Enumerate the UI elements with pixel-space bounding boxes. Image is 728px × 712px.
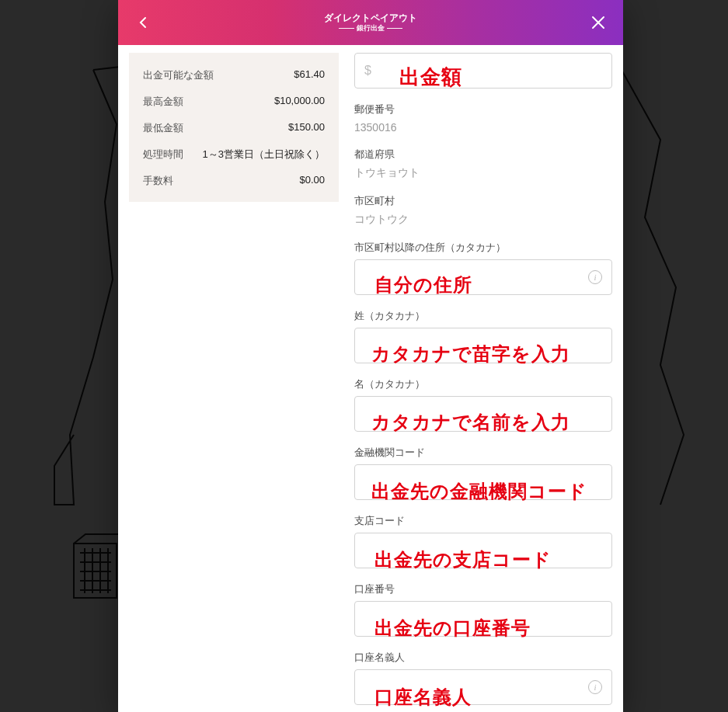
lastname-label: 姓（カタカナ） — [354, 309, 612, 323]
city-label: 市区町村 — [354, 194, 612, 208]
receipt-label: 手数料 — [143, 174, 173, 188]
field-holder: 口座名義人 i — [354, 651, 612, 705]
receipt-row: 手数料 $0.00 — [143, 168, 325, 194]
postal-value: 1350016 — [354, 121, 612, 134]
amount-input[interactable] — [378, 64, 602, 78]
account-label: 口座番号 — [354, 582, 612, 596]
holder-input-wrap[interactable]: i — [354, 669, 612, 705]
receipt-row: 最低金額 $150.00 — [143, 115, 325, 141]
address-input-wrap[interactable]: i — [354, 259, 612, 295]
receipt-value: $10,000.00 — [274, 95, 325, 109]
city-value: コウトウク — [354, 213, 612, 227]
field-prefecture: 都道府県 トウキョウト — [354, 148, 612, 180]
address-input[interactable] — [364, 271, 582, 284]
field-lastname: 姓（カタカナ） — [354, 309, 612, 363]
receipt-label: 出金可能な金額 — [143, 68, 214, 82]
field-address: 市区町村以降の住所（カタカナ） i — [354, 241, 612, 295]
receipt-row: 出金可能な金額 $61.40 — [143, 62, 325, 89]
address-label: 市区町村以降の住所（カタカナ） — [354, 241, 612, 255]
receipt-value: $61.40 — [294, 68, 325, 82]
firstname-label: 名（カタカナ） — [354, 377, 612, 391]
bankcode-input[interactable] — [364, 476, 602, 489]
modal-subtitle: 銀行出金 — [324, 24, 417, 33]
account-input-wrap[interactable] — [354, 601, 612, 637]
amount-input-wrap[interactable]: $ — [354, 53, 612, 89]
info-icon[interactable]: i — [588, 270, 602, 284]
back-button[interactable] — [132, 12, 154, 33]
receipt-panel: 出金可能な金額 $61.40 最高金額 $10,000.00 最低金額 $150… — [129, 53, 339, 202]
receipt-row: 最高金額 $10,000.00 — [143, 89, 325, 115]
field-bankcode: 金融機関コード — [354, 446, 612, 500]
info-icon[interactable]: i — [588, 680, 602, 694]
receipt-value: 1～3営業日（土日祝除く） — [203, 148, 325, 162]
form-column: $ 郵便番号 1350016 都道府県 トウキョウト 市区町村 コウトウク 市区… — [354, 53, 612, 712]
close-button[interactable] — [587, 12, 609, 33]
field-city: 市区町村 コウトウク — [354, 194, 612, 227]
field-postal: 郵便番号 1350016 — [354, 102, 612, 134]
branchcode-input-wrap[interactable] — [354, 533, 612, 568]
modal-title: ダイレクトペイアウト — [324, 12, 417, 23]
field-branchcode: 支店コード — [354, 514, 612, 568]
receipt-label: 最高金額 — [143, 95, 183, 109]
receipt-value: $150.00 — [288, 121, 325, 135]
lastname-input-wrap[interactable] — [354, 328, 612, 363]
pref-value: トウキョウト — [354, 166, 612, 180]
holder-label: 口座名義人 — [354, 651, 612, 665]
firstname-input[interactable] — [364, 408, 602, 421]
bankcode-input-wrap[interactable] — [354, 464, 612, 500]
field-account: 口座番号 — [354, 582, 612, 637]
svg-rect-0 — [74, 544, 117, 598]
receipt-label: 処理時間 — [143, 148, 183, 162]
branchcode-input[interactable] — [364, 544, 602, 557]
modal-body: 出金可能な金額 $61.40 最高金額 $10,000.00 最低金額 $150… — [118, 45, 623, 712]
modal-title-block: ダイレクトペイアウト 銀行出金 — [324, 12, 417, 32]
receipt-value: $0.00 — [299, 174, 325, 188]
field-firstname: 名（カタカナ） — [354, 377, 612, 432]
bankcode-label: 金融機関コード — [354, 446, 612, 460]
firstname-input-wrap[interactable] — [354, 396, 612, 432]
modal-header: ダイレクトペイアウト 銀行出金 — [118, 0, 623, 45]
receipt-row: 処理時間 1～3営業日（土日祝除く） — [143, 141, 325, 168]
pref-label: 都道府県 — [354, 148, 612, 162]
dollar-icon: $ — [364, 64, 371, 78]
receipt-label: 最低金額 — [143, 121, 183, 135]
payout-modal: ダイレクトペイアウト 銀行出金 出金可能な金額 $61.40 最高金額 $10,… — [118, 0, 623, 712]
holder-input[interactable] — [364, 681, 582, 694]
field-amount: $ — [354, 53, 612, 89]
account-input[interactable] — [364, 613, 602, 626]
branchcode-label: 支店コード — [354, 514, 612, 528]
postal-label: 郵便番号 — [354, 102, 612, 116]
lastname-input[interactable] — [364, 339, 602, 353]
